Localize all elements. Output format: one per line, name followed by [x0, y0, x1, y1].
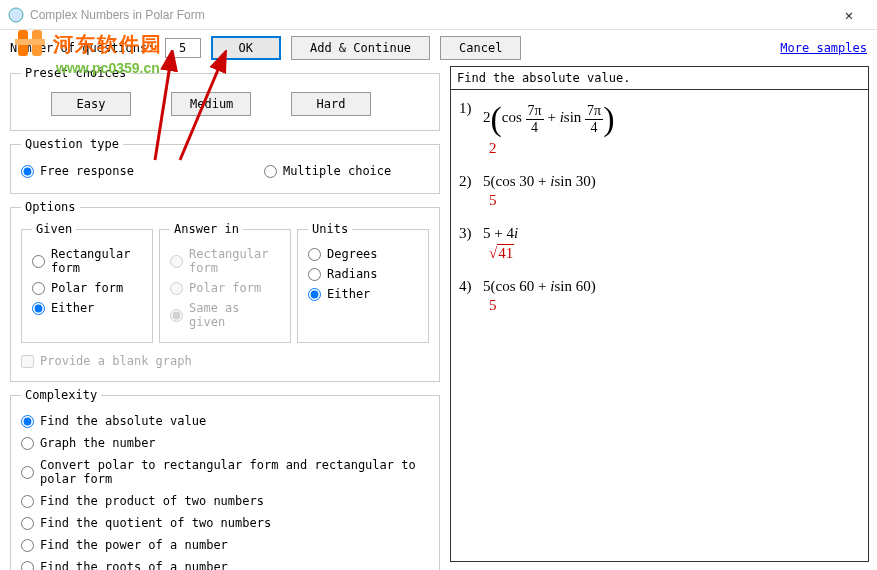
toolbar: Number of questions: OK Add & Continue C… [0, 30, 877, 66]
given-group: Given Rectangular form Polar form Either [21, 222, 153, 343]
question-type-group: Question type Free response Multiple cho… [10, 137, 440, 194]
complexity-legend: Complexity [21, 388, 101, 402]
options-legend: Options [21, 200, 80, 214]
ok-button[interactable]: OK [211, 36, 281, 60]
complexity-radio-6[interactable]: Find the roots of a number [21, 556, 429, 570]
left-panel: Preset choices Easy Medium Hard Question… [0, 66, 450, 570]
units-deg-radio[interactable]: Degrees [308, 244, 418, 264]
options-group: Options Given Rectangular form Polar for… [10, 200, 440, 382]
preview-header: Find the absolute value. [450, 66, 869, 90]
preview-question: 2)5(cos 30 + isin 30)5 [459, 173, 860, 209]
blank-graph-checkbox[interactable]: Provide a blank graph [21, 351, 429, 371]
given-polar-radio[interactable]: Polar form [32, 278, 142, 298]
preview-body: 1)2(cos 7π4 + isin 7π4)22)5(cos 30 + isi… [450, 90, 869, 562]
ans-polar-radio: Polar form [170, 278, 280, 298]
qtype-legend: Question type [21, 137, 123, 151]
given-either-radio[interactable]: Either [32, 298, 142, 318]
answer-in-group: Answer in Rectangular form Polar form Sa… [159, 222, 291, 343]
medium-button[interactable]: Medium [171, 92, 251, 116]
units-either-radio[interactable]: Either [308, 284, 418, 304]
free-response-radio[interactable]: Free response [21, 161, 134, 181]
complexity-group: Complexity Find the absolute valueGraph … [10, 388, 440, 570]
preset-legend: Preset choices [21, 66, 130, 80]
units-rad-radio[interactable]: Radians [308, 264, 418, 284]
num-questions-input[interactable] [165, 38, 201, 58]
preset-choices-group: Preset choices Easy Medium Hard [10, 66, 440, 131]
window-title: Complex Numbers in Polar Form [30, 8, 829, 22]
preview-panel: Find the absolute value. 1)2(cos 7π4 + i… [450, 66, 877, 570]
preview-question: 1)2(cos 7π4 + isin 7π4)2 [459, 100, 860, 157]
complexity-radio-5[interactable]: Find the power of a number [21, 534, 429, 556]
given-rect-radio[interactable]: Rectangular form [32, 244, 142, 278]
units-group: Units Degrees Radians Either [297, 222, 429, 343]
complexity-radio-4[interactable]: Find the quotient of two numbers [21, 512, 429, 534]
complexity-radio-3[interactable]: Find the product of two numbers [21, 490, 429, 512]
hard-button[interactable]: Hard [291, 92, 371, 116]
complexity-radio-2[interactable]: Convert polar to rectangular form and re… [21, 454, 429, 490]
add-continue-button[interactable]: Add & Continue [291, 36, 430, 60]
more-samples-link[interactable]: More samples [780, 41, 867, 55]
preview-question: 4)5(cos 60 + isin 60)5 [459, 278, 860, 314]
cancel-button[interactable]: Cancel [440, 36, 521, 60]
multiple-choice-radio[interactable]: Multiple choice [264, 161, 391, 181]
app-icon [8, 7, 24, 23]
easy-button[interactable]: Easy [51, 92, 131, 116]
close-button[interactable]: ✕ [829, 7, 869, 23]
svg-point-0 [9, 8, 23, 22]
ans-same-radio: Same as given [170, 298, 280, 332]
complexity-radio-0[interactable]: Find the absolute value [21, 410, 429, 432]
ans-rect-radio: Rectangular form [170, 244, 280, 278]
complexity-radio-1[interactable]: Graph the number [21, 432, 429, 454]
title-bar: Complex Numbers in Polar Form ✕ [0, 0, 877, 30]
preview-question: 3)5 + 4i41 [459, 225, 860, 262]
num-questions-label: Number of questions: [10, 41, 155, 55]
